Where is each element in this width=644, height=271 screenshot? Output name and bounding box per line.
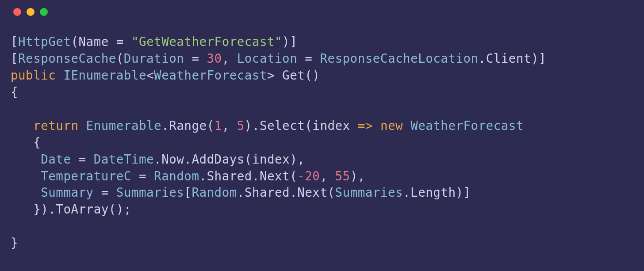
attr-responsecache: ResponseCache [18, 51, 116, 65]
zoom-dot[interactable] [40, 8, 48, 16]
method-get: Get [282, 68, 305, 82]
num-5: 5 [237, 118, 245, 133]
toarray: ToArray [56, 202, 108, 216]
dot: . [48, 202, 56, 216]
prop-summary: Summary [41, 185, 93, 199]
param-duration: Duration [124, 51, 184, 65]
dot: . [252, 169, 260, 183]
paren: ( [290, 169, 297, 183]
paren: ) [245, 118, 252, 133]
summaries: Summaries [116, 185, 184, 199]
num-1: 1 [215, 118, 222, 133]
eq: = [192, 51, 199, 65]
bracket: [ [11, 34, 18, 49]
code-block: [HttpGet(Name = "GetWeatherForecast")] [… [11, 34, 633, 252]
dot: . [403, 185, 410, 199]
kw-public: public [11, 68, 56, 82]
shared: Shared [207, 169, 252, 183]
paren: ( [305, 118, 312, 133]
num-20: 20 [305, 169, 320, 183]
paren: ) [456, 185, 463, 199]
angle: > [267, 68, 275, 82]
adddays: AddDays [192, 152, 244, 166]
random: Random [192, 185, 237, 199]
param-location: Location [237, 51, 297, 65]
kw-new: new [380, 118, 403, 133]
paren: ( [207, 118, 215, 133]
attr-httpget: HttpGet [18, 34, 71, 49]
paren: ) [350, 169, 358, 183]
summaries: Summaries [335, 185, 403, 199]
select: Select [260, 118, 305, 133]
num-55: 55 [335, 169, 350, 183]
brace: } [11, 236, 18, 250]
shared: Shared [245, 185, 290, 199]
window-controls [13, 8, 633, 16]
index: index [252, 152, 290, 166]
kw-return: return [33, 118, 78, 133]
eq: = [101, 185, 109, 199]
paren: ) [116, 202, 124, 216]
dot: . [154, 152, 161, 166]
paren: ) [531, 51, 539, 65]
comma: , [358, 169, 365, 183]
brace: } [33, 202, 41, 216]
paren: ( [116, 51, 124, 65]
paren: ) [290, 152, 297, 166]
next: Next [260, 169, 290, 183]
weatherforecast: WeatherForecast [410, 118, 524, 133]
bracket: ] [290, 34, 297, 49]
dot: . [290, 185, 297, 199]
paren: ( [245, 152, 252, 166]
dot: . [252, 118, 260, 133]
paren: ) [312, 68, 320, 82]
bracket: [ [184, 185, 192, 199]
paren: ( [109, 202, 116, 216]
type-weatherforecast: WeatherForecast [154, 68, 267, 82]
client: Client [486, 51, 531, 65]
random: Random [154, 169, 199, 183]
string-route: "GetWeatherForecast" [131, 34, 282, 49]
prop-temperaturec: TemperatureC [41, 169, 131, 183]
range: Range [169, 118, 207, 133]
eq: = [139, 169, 146, 183]
datetime: DateTime [94, 152, 154, 166]
paren: ) [282, 34, 290, 49]
paren: ( [327, 185, 335, 199]
brace: { [11, 85, 18, 99]
dot: . [199, 169, 207, 183]
arrow: => [358, 118, 373, 133]
eq: = [305, 51, 312, 65]
comma: , [222, 51, 230, 65]
brace: { [33, 135, 41, 149]
dot: . [161, 118, 169, 133]
bracket: ] [539, 51, 546, 65]
dot: . [184, 152, 192, 166]
paren: ) [41, 202, 48, 216]
length: Length [410, 185, 456, 199]
bracket: ] [464, 185, 471, 199]
next: Next [297, 185, 327, 199]
index: index [312, 118, 350, 133]
comma: , [222, 118, 230, 133]
dot: . [237, 185, 245, 199]
enumerable: Enumerable [86, 118, 162, 133]
now: Now [161, 152, 184, 166]
minus: - [297, 169, 305, 183]
semicolon: ; [124, 202, 131, 216]
prop-date: Date [41, 152, 71, 166]
paren: ( [71, 34, 78, 49]
comma: , [297, 152, 305, 166]
param-name: Name [79, 34, 109, 49]
minimize-dot[interactable] [27, 8, 34, 16]
eq: = [116, 34, 124, 49]
paren: ( [305, 68, 312, 82]
num-30: 30 [207, 51, 222, 65]
bracket: [ [11, 51, 18, 65]
responsecachelocation: ResponseCacheLocation [320, 51, 478, 65]
comma: , [320, 169, 327, 183]
eq: = [79, 152, 86, 166]
close-dot[interactable] [13, 8, 21, 16]
code-window: [HttpGet(Name = "GetWeatherForecast")] [… [0, 0, 644, 271]
dot: . [479, 51, 486, 65]
